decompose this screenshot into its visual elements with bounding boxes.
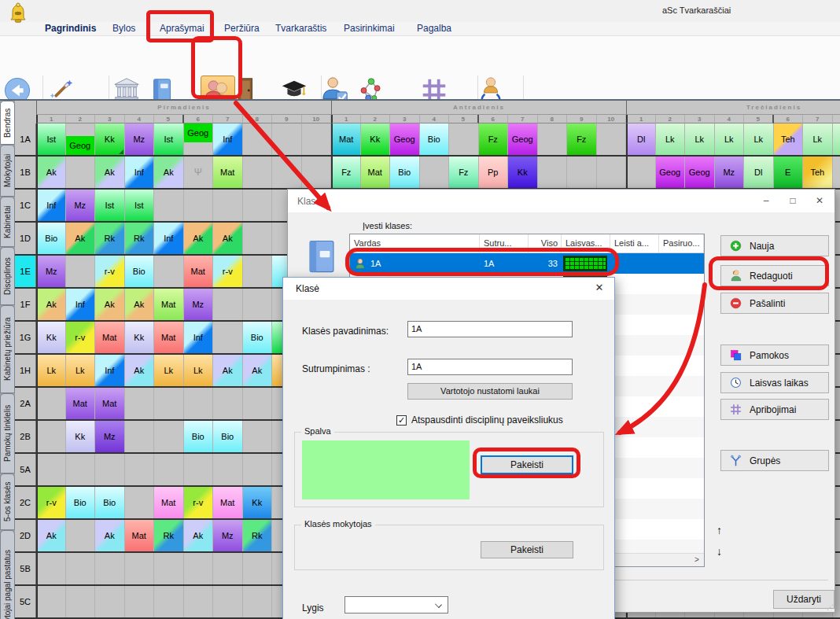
menu-item-pagalba[interactable]: Pagalba [417,23,451,34]
lesson-dl[interactable]: Dl [626,123,656,155]
timetable-cell[interactable] [302,123,332,155]
lesson-lk[interactable]: Lk [36,355,66,386]
print-pictures-checkbox[interactable]: ✓ [396,415,407,426]
lesson-mat[interactable]: Mat [361,157,391,188]
timetable-cell[interactable] [213,454,243,485]
lesson-kk[interactable]: Kk [95,123,125,155]
dialog-klases-titlebar[interactable]: Klasės – □ ✕ [288,190,834,213]
lesson-inf[interactable]: Inf [66,289,96,320]
timetable-cell[interactable] [154,388,184,419]
lesson-geog[interactable]: Geog [390,123,420,155]
lesson-ak[interactable]: Ak [213,223,243,254]
row-header-2b[interactable]: 2B [15,421,36,452]
lesson-ist[interactable]: Ist [36,123,66,155]
timetable-cell[interactable] [243,157,273,188]
lesson-mat[interactable]: Mat [154,322,184,353]
lesson-inf[interactable]: Inf [95,355,125,386]
timetable-cell[interactable] [66,157,96,188]
lesson-ak[interactable]: Ak [184,223,214,254]
timetable-cell[interactable] [66,454,96,485]
lesson-lk[interactable]: Lk [656,123,686,155]
lesson-ak[interactable]: Ak [243,355,273,386]
timetable-cell[interactable] [125,454,155,485]
lesson-mz[interactable]: Mz [66,190,96,221]
lesson-mz[interactable]: Mz [715,157,745,188]
lesson-fz[interactable]: Fz [567,123,597,155]
timetable-cell[interactable] [213,322,243,353]
row-header-1g[interactable]: 1G [15,322,36,353]
row-header-1c[interactable]: 1C [15,190,36,221]
lesson-mat[interactable]: Mat [154,289,184,320]
view-tab-disciplinos[interactable]: Disciplinos [0,247,15,305]
lesson-teh[interactable]: Teh [803,157,833,188]
menu-item-pagrindinis[interactable]: Pagrindinis [45,23,96,34]
lesson-ak[interactable]: Ak [154,157,184,188]
list-column-header[interactable]: Leisti a... [610,234,659,252]
timetable-cell[interactable] [125,553,155,584]
apribojimai-button[interactable]: Apribojimai [720,399,829,420]
timetable-cell[interactable] [626,157,656,188]
lesson-mz[interactable]: Mz [95,421,125,452]
timetable-cell[interactable] [302,157,332,188]
lesson-ist[interactable]: Ist [95,190,125,221]
timetable-cell[interactable] [95,553,125,584]
lesson-lk[interactable]: Lk [184,355,214,386]
lesson-ak[interactable]: Ak [36,289,66,320]
timetable-cell[interactable] [243,289,273,320]
row-header-1f[interactable]: 1F [15,289,36,320]
lesson-inf[interactable]: Inf [125,157,155,188]
lesson-fz[interactable]: Fz [479,123,509,155]
timetable-cell[interactable] [597,123,627,155]
lesson-bio[interactable]: Bio [66,487,96,518]
timetable-cell[interactable] [567,157,597,188]
lesson-ak[interactable]: Ak [213,355,243,386]
timetable-cell[interactable] [36,586,66,617]
view-tab-kabinetų-priežiūra[interactable]: Kabinetų priežiūra [0,305,15,393]
timetable-cell[interactable] [272,157,302,188]
lesson-lk[interactable]: Lk [685,123,715,155]
lesson-lk[interactable]: Lk [66,355,96,386]
lesson-fz[interactable]: Fz [449,157,479,188]
list-row-1a-selected[interactable]: 1A1A33 [350,253,704,274]
timetable-cell[interactable]: Geog [66,123,96,155]
lesson-bio[interactable]: Bio [95,487,125,518]
lesson-pp[interactable]: Pp [479,157,509,188]
lesson-mat[interactable]: Mat [184,256,214,287]
lesson-inf[interactable]: Inf [184,322,214,353]
lesson-inf[interactable]: Inf [213,123,243,155]
lesson-mat[interactable]: Mat [125,520,155,551]
timetable-cell[interactable] [36,421,66,452]
view-tab-5-os-klasės[interactable]: 5-os klasės [0,473,15,530]
timetable-cell[interactable] [184,388,214,419]
timetable-cell[interactable] [66,586,96,617]
row-header-5b[interactable]: 5B [15,553,36,584]
timetable-cell[interactable] [243,123,273,155]
timetable-cell[interactable] [66,553,96,584]
timetable-cell[interactable] [213,553,243,584]
lesson-lk[interactable]: Lk [744,123,774,155]
lesson-mat[interactable]: Mat [213,157,243,188]
row-header-2a[interactable]: 2A [15,388,36,419]
short-name-input[interactable]: 1A [407,359,573,375]
lesson-dl[interactable]: Dl [744,157,774,188]
lesson-ak[interactable]: Ak [36,520,66,551]
lesson-mz[interactable]: Mz [36,256,66,287]
timetable-cell[interactable] [833,157,840,188]
timetable-cell[interactable] [184,454,214,485]
change-color-button[interactable]: Pakeisti [481,455,573,474]
lesson-bio[interactable]: Bio [36,223,66,254]
timetable-cell[interactable] [597,157,627,188]
timetable-cell[interactable] [538,123,568,155]
row-header-1a[interactable]: 1A [15,123,36,155]
row-header-1e[interactable]: 1E [15,256,36,287]
lesson-geog[interactable]: Geog [685,157,715,188]
close-icon[interactable]: ✕ [806,190,833,212]
view-tab-pamokų-tinklelis[interactable]: Pamokų tinklelis [0,393,15,473]
timetable-cell[interactable] [154,190,184,221]
lesson-kk[interactable]: Kk [243,487,273,518]
change-teacher-button[interactable]: Pakeisti [481,541,573,558]
lesson-lk[interactable]: Lk [803,123,833,155]
timetable-cell[interactable] [833,123,840,155]
lesson-rk[interactable]: Rk [125,223,155,254]
timetable-cell[interactable] [125,388,155,419]
